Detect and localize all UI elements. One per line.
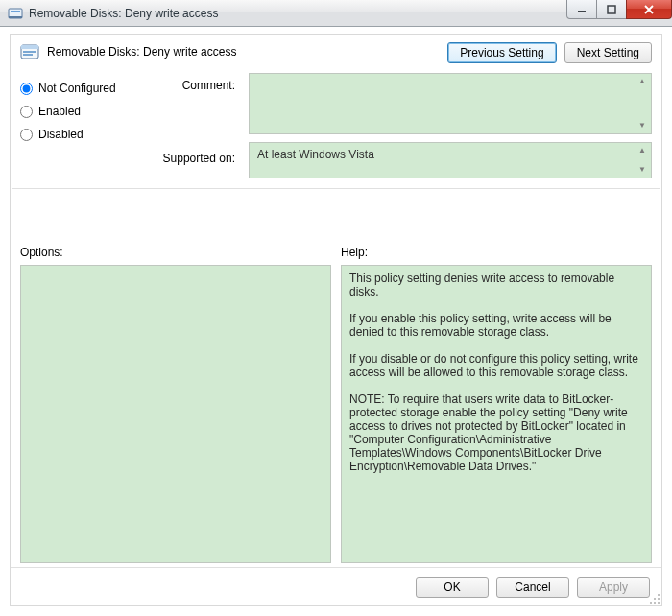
radio-label: Disabled — [38, 128, 84, 141]
policy-icon — [20, 42, 39, 61]
comment-field[interactable]: ▲ ▼ — [249, 73, 652, 134]
help-body: This policy setting denies write access … — [341, 265, 652, 563]
options-pane: Options: — [20, 246, 331, 563]
policy-title: Removable Disks: Deny write access — [47, 42, 447, 59]
radio-enabled-input[interactable] — [20, 106, 33, 118]
options-heading: Options: — [20, 246, 331, 265]
svg-rect-2 — [9, 16, 22, 18]
minimize-button[interactable] — [566, 0, 597, 19]
radio-disabled-input[interactable] — [20, 129, 33, 141]
separator — [12, 188, 660, 189]
supported-value: At least Windows Vista — [257, 148, 374, 161]
config-area: Not Configured Enabled Disabled Comment:… — [11, 73, 661, 188]
maximize-button[interactable] — [596, 0, 627, 19]
help-pane: Help: This policy setting denies write a… — [341, 246, 652, 563]
main-panel: Removable Disks: Deny write access Previ… — [10, 34, 662, 606]
supported-field: At least Windows Vista ▲ ▼ — [249, 142, 652, 178]
state-radios: Not Configured Enabled Disabled — [20, 73, 145, 178]
radio-disabled[interactable]: Disabled — [20, 123, 145, 146]
window-controls — [567, 0, 672, 19]
resize-grip[interactable] — [647, 591, 660, 604]
comment-scroll[interactable]: ▲ ▼ — [635, 75, 650, 132]
bottom-area: Options: Help: This policy setting denie… — [20, 246, 652, 563]
window-title: Removable Disks: Deny write access — [29, 7, 218, 20]
ok-button[interactable]: OK — [416, 577, 489, 598]
svg-rect-8 — [23, 54, 33, 56]
svg-rect-4 — [608, 6, 615, 13]
radio-label: Enabled — [38, 105, 81, 118]
options-body — [20, 265, 331, 563]
svg-rect-3 — [578, 11, 586, 12]
svg-rect-1 — [11, 11, 20, 12]
svg-rect-6 — [21, 45, 38, 49]
cancel-button[interactable]: Cancel — [496, 577, 569, 598]
footer: OK Cancel Apply — [11, 567, 661, 605]
nav-buttons: Previous Setting Next Setting — [447, 42, 652, 63]
chevron-down-icon[interactable]: ▼ — [635, 165, 650, 175]
chevron-up-icon[interactable]: ▲ — [635, 77, 650, 86]
radio-enabled[interactable]: Enabled — [20, 100, 145, 123]
titlebar: Removable Disks: Deny write access — [0, 0, 672, 27]
help-heading: Help: — [341, 246, 652, 265]
labels-col: Comment: Supported on: — [158, 73, 235, 178]
chevron-up-icon[interactable]: ▲ — [635, 146, 650, 155]
app-icon — [8, 6, 23, 21]
comment-label: Comment: — [158, 79, 235, 146]
close-button[interactable] — [626, 0, 672, 19]
supported-label: Supported on: — [158, 146, 235, 165]
previous-setting-button[interactable]: Previous Setting — [447, 42, 556, 63]
apply-button[interactable]: Apply — [577, 577, 650, 598]
svg-rect-7 — [23, 51, 36, 53]
radio-not-configured[interactable]: Not Configured — [20, 77, 145, 100]
radio-label: Not Configured — [38, 82, 116, 95]
supported-scroll[interactable]: ▲ ▼ — [635, 144, 650, 177]
radio-not-configured-input[interactable] — [20, 83, 33, 95]
next-setting-button[interactable]: Next Setting — [564, 42, 652, 63]
fields-col: ▲ ▼ At least Windows Vista ▲ ▼ — [249, 73, 652, 178]
chevron-down-icon[interactable]: ▼ — [635, 121, 650, 130]
header-row: Removable Disks: Deny write access Previ… — [11, 35, 661, 73]
